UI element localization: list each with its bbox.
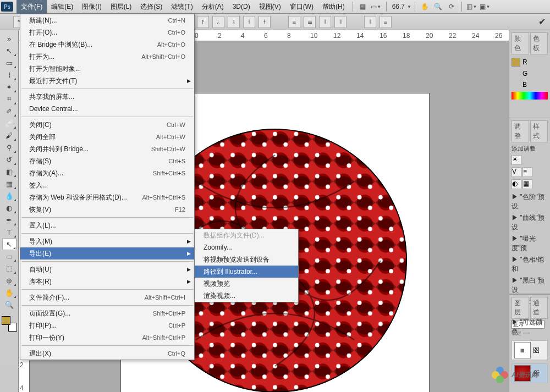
preset-item[interactable]: ▶ "色阶"预设 (512, 191, 548, 212)
hand-tool[interactable]: ✋ (2, 286, 16, 299)
distribute-icon[interactable]: ≡ (288, 16, 300, 28)
gradient-tool[interactable]: ▦ (2, 178, 16, 190)
screen-mode-icon[interactable]: ▣▼ (480, 1, 491, 12)
menu-item[interactable]: 打开为...Alt+Shift+Ctrl+O (20, 51, 194, 63)
tools-collapse-icon[interactable]: » (2, 32, 16, 45)
lasso-tool[interactable]: ⌇ (2, 69, 16, 81)
align-icon[interactable]: ⫲ (243, 16, 255, 28)
crop-tool[interactable]: ⌗ (2, 93, 16, 105)
brush-tool[interactable]: 🖌 (2, 129, 16, 141)
submenu-item[interactable]: 渲染视频... (195, 290, 298, 302)
spectrum-picker[interactable] (512, 92, 548, 100)
submenu-item[interactable]: 视频预览 (195, 278, 298, 290)
menu-item[interactable]: 存储(S)Ctrl+S (20, 155, 194, 167)
distribute-icon[interactable]: ≡ (380, 16, 392, 28)
menu-help[interactable]: 帮助(H) (318, 0, 349, 14)
tab-adjustments[interactable]: 调整 (512, 120, 529, 142)
history-brush-tool[interactable]: ↺ (2, 153, 16, 165)
marquee-tool[interactable]: ▭ (2, 57, 16, 69)
menu-item[interactable]: 页面设置(G)...Shift+Ctrl+P (20, 307, 194, 319)
menu-image[interactable]: 图像(I) (78, 0, 106, 14)
color-swatches[interactable] (2, 316, 17, 332)
menu-item[interactable]: 存储为 Web 和设备所用格式(D)...Alt+Shift+Ctrl+S (20, 191, 194, 203)
preset-item[interactable]: ▶ "曝光度"预 (512, 233, 548, 254)
shape-tool[interactable]: ▭ (2, 250, 16, 262)
menu-file[interactable]: 文件(F) (16, 0, 47, 14)
layout-icon[interactable]: ▭▼ (371, 1, 382, 12)
menu-item[interactable]: 关闭并转到 Bridge...Shift+Ctrl+W (20, 143, 194, 155)
menu-select[interactable]: 选择(S) (136, 0, 167, 14)
menu-item[interactable]: 置入(L)... (20, 219, 194, 231)
menu-item[interactable]: 打印(P)...Ctrl+P (20, 319, 194, 332)
submenu-item[interactable]: Zoomify... (195, 241, 298, 253)
tab-styles[interactable]: 样式 (530, 120, 548, 142)
preset-item[interactable]: ▶ "曲线"预设 (512, 212, 548, 233)
stamp-tool[interactable]: ⚲ (2, 141, 16, 153)
distribute-icon[interactable]: ≣ (304, 16, 316, 28)
menu-item[interactable]: 自动(U)▶ (20, 263, 194, 275)
preset-item[interactable]: ▶ "色相/饱和 (512, 254, 548, 275)
menu-item[interactable]: 导出(E)▶ (20, 247, 194, 260)
move-tool[interactable]: ↖ (2, 45, 16, 57)
menu-item[interactable]: 导入(M)▶ (20, 235, 194, 247)
tab-color[interactable]: 颜色 (512, 32, 529, 54)
eraser-tool[interactable]: ◧ (2, 165, 16, 178)
commit-icon[interactable]: ✔ (538, 16, 546, 27)
distribute-icon[interactable]: ⦀ (319, 16, 331, 28)
menu-layer[interactable]: 图层(L) (106, 0, 136, 14)
menu-item[interactable]: 关闭全部Alt+Ctrl+W (20, 131, 194, 143)
menu-window[interactable]: 窗口(W) (285, 0, 318, 14)
menu-item[interactable]: 恢复(V)F12 (20, 203, 194, 216)
bridge-icon[interactable]: ▦ (358, 1, 369, 12)
tab-channels[interactable]: 通道 (530, 297, 548, 319)
pen-tool[interactable]: ✒ (2, 214, 16, 226)
color-swatch[interactable] (512, 58, 520, 67)
distribute-icon[interactable]: ⦀ (364, 16, 376, 28)
distribute-icon[interactable]: ⦀ (334, 16, 346, 28)
adj-icon[interactable]: ☀ (512, 155, 521, 165)
arrange-icon[interactable]: ▥▼ (466, 1, 477, 12)
tab-layers[interactable]: 图层 (512, 297, 529, 319)
eyedropper-tool[interactable]: ✐ (2, 105, 16, 117)
menu-analysis[interactable]: 分析(A) (197, 0, 228, 14)
menu-edit[interactable]: 编辑(E) (47, 0, 78, 14)
path-select-tool[interactable]: ↖ (2, 238, 16, 250)
adj-icon[interactable]: V (512, 167, 521, 177)
type-tool[interactable]: T (2, 226, 16, 238)
menu-item[interactable]: 打开(O)...Ctrl+O (20, 26, 194, 38)
menu-item[interactable]: 在 Bridge 中浏览(B)...Alt+Ctrl+O (20, 38, 194, 51)
rotate-icon[interactable]: ⟳ (446, 1, 457, 12)
zoom-value[interactable]: 66.7 (390, 3, 407, 10)
menu-item[interactable]: 打开为智能对象... (20, 63, 194, 75)
layer-row[interactable]: ▦图 (512, 340, 548, 360)
submenu-item[interactable]: 数据组作为文件(D)... (195, 229, 298, 241)
adj-icon[interactable]: ▦ (522, 179, 532, 189)
menu-item[interactable]: 最近打开文件(T)▶ (20, 75, 194, 87)
menu-filter[interactable]: 滤镜(T) (167, 0, 197, 14)
adj-icon[interactable]: ≡ (522, 167, 532, 177)
3d-tool[interactable]: ⬚ (2, 262, 16, 274)
menu-item[interactable]: 签入... (20, 179, 194, 191)
menu-item[interactable]: Device Central... (20, 103, 194, 115)
menu-item[interactable]: 退出(X)Ctrl+Q (20, 347, 194, 360)
3d-camera-tool[interactable]: ⊕ (2, 274, 16, 286)
hand-icon[interactable]: ✋ (420, 1, 431, 12)
zoom-icon[interactable]: 🔍 (433, 1, 444, 12)
menu-view[interactable]: 视图(V) (255, 0, 285, 14)
tab-swatches[interactable]: 色板 (530, 32, 548, 54)
align-icon[interactable]: ⫰ (212, 16, 224, 28)
adj-icon[interactable]: ◐ (512, 179, 521, 189)
menu-item[interactable]: 打印一份(Y)Alt+Shift+Ctrl+P (20, 332, 194, 344)
blur-tool[interactable]: 💧 (2, 190, 16, 202)
wand-tool[interactable]: ✦ (2, 81, 16, 93)
menu-item[interactable]: 新建(N)...Ctrl+N (20, 14, 194, 26)
menu-3d[interactable]: 3D(D) (228, 1, 255, 13)
healing-tool[interactable]: 🩹 (2, 117, 16, 129)
submenu-item[interactable]: 将视频预览发送到设备 (195, 253, 298, 266)
submenu-item[interactable]: 路径到 Illustrator... (195, 266, 298, 278)
align-icon[interactable]: ⫯ (197, 16, 209, 28)
menu-item[interactable]: 共享我的屏幕... (20, 91, 194, 103)
preset-item[interactable]: ▶ "黑白"预设 (512, 275, 548, 296)
menu-item[interactable]: 文件简介(F)...Alt+Shift+Ctrl+I (20, 291, 194, 303)
zoom-tool[interactable]: 🔍 (2, 299, 16, 311)
